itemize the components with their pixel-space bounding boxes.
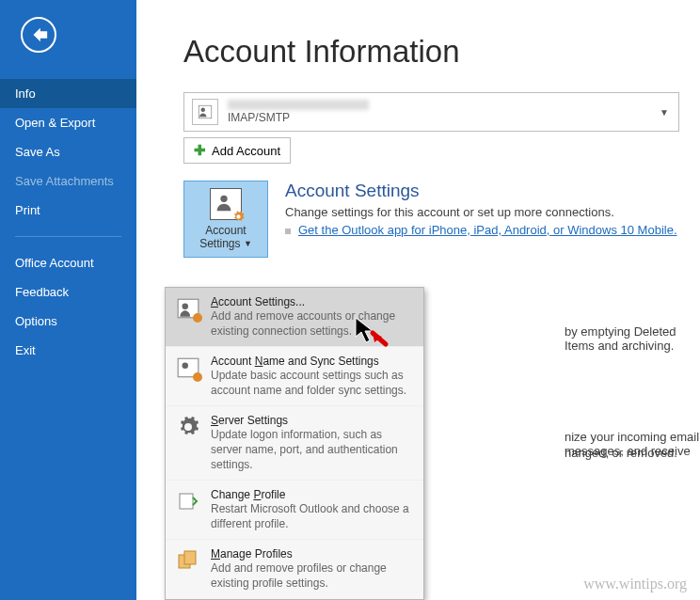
menu-item-change-profile[interactable]: Change Profile Restart Microsoft Outlook… xyxy=(166,481,423,540)
account-sync-icon xyxy=(175,355,201,381)
account-selector[interactable]: IMAP/SMTP ▼ xyxy=(183,92,679,132)
bullet-icon xyxy=(285,229,291,234)
sidebar-item-exit[interactable]: Exit xyxy=(0,336,136,365)
page-title: Account Information xyxy=(183,34,679,70)
chevron-down-icon: ▼ xyxy=(244,239,252,248)
add-account-button[interactable]: ✚ Add Account xyxy=(183,137,291,164)
svg-point-4 xyxy=(183,304,189,310)
change-profile-icon xyxy=(175,488,201,514)
account-settings-icon xyxy=(175,295,201,322)
svg-rect-9 xyxy=(180,494,193,509)
sidebar-item-info[interactable]: Info xyxy=(0,79,136,108)
sidebar-item-options[interactable]: Options xyxy=(0,307,136,336)
sidebar-item-open-export[interactable]: Open & Export xyxy=(0,108,136,137)
account-settings-heading: Account Settings xyxy=(285,181,679,201)
rules-alerts-partial-text-2: hanged, or removed. xyxy=(565,446,677,460)
gear-icon xyxy=(175,414,201,440)
menu-item-account-name-sync[interactable]: Account Name and Sync Settings Update ba… xyxy=(166,347,423,406)
back-arrow-icon xyxy=(28,24,49,45)
sidebar-item-print[interactable]: Print xyxy=(0,196,136,225)
svg-point-2 xyxy=(220,196,227,202)
account-protocol: IMAP/SMTP xyxy=(228,111,369,124)
plus-icon: ✚ xyxy=(194,142,206,159)
sidebar-item-save-as[interactable]: Save As xyxy=(0,137,136,166)
svg-point-7 xyxy=(183,363,189,370)
svg-point-8 xyxy=(193,372,202,382)
sidebar-divider xyxy=(15,236,121,237)
sidebar-item-office-account[interactable]: Office Account xyxy=(0,248,136,277)
account-email-redacted xyxy=(228,100,369,110)
account-settings-dropdown: Account Settings... Add and remove accou… xyxy=(165,287,424,600)
account-settings-desc: Change settings for this account or set … xyxy=(285,205,679,219)
svg-point-1 xyxy=(201,108,206,113)
menu-item-account-settings[interactable]: Account Settings... Add and remove accou… xyxy=(166,288,423,347)
account-icon xyxy=(192,99,218,125)
menu-item-manage-profiles[interactable]: Manage Profiles Add and remove profiles … xyxy=(166,540,423,598)
backstage-sidebar: Info Open & Export Save As Save Attachme… xyxy=(0,0,136,600)
back-button[interactable] xyxy=(21,17,56,53)
sidebar-item-feedback[interactable]: Feedback xyxy=(0,277,136,307)
add-account-label: Add Account xyxy=(212,144,280,158)
mailbox-settings-partial-text: by emptying Deleted Items and archiving. xyxy=(565,324,700,353)
svg-rect-11 xyxy=(184,551,196,564)
svg-point-5 xyxy=(193,313,202,323)
menu-item-server-settings[interactable]: Server Settings Update logon information… xyxy=(166,406,423,481)
sidebar-item-save-attachments: Save Attachments xyxy=(0,166,136,196)
watermark: www.wintips.org xyxy=(583,576,687,592)
gear-icon xyxy=(232,211,245,223)
chevron-down-icon: ▼ xyxy=(660,107,669,118)
get-outlook-app-link[interactable]: Get the Outlook app for iPhone, iPad, An… xyxy=(298,223,677,237)
account-settings-btn-line1: Account xyxy=(205,224,246,237)
account-settings-icon xyxy=(210,188,242,220)
manage-profiles-icon xyxy=(175,547,201,574)
account-settings-button[interactable]: Account Settings ▼ xyxy=(183,181,268,258)
